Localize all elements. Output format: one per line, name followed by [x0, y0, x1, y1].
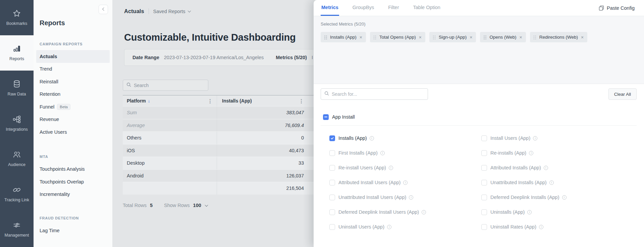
sidebar-item-revenue[interactable]: Revenue [34, 113, 112, 126]
info-circle-icon[interactable]: i [389, 166, 393, 170]
info-circle-icon[interactable]: i [403, 180, 408, 185]
metric-group-app-install[interactable]: App Install [314, 112, 644, 122]
sidebar-item-reinstall[interactable]: Reinstall [34, 75, 112, 88]
sidebar-item-touchpoints-overlap[interactable]: Touchpoints Overlap [34, 175, 112, 188]
metric-chip[interactable]: Total Opens (App) × [370, 32, 425, 42]
tab-table-option[interactable]: Table Option [413, 0, 441, 16]
metric-option[interactable]: Uninstalls (App) i [481, 205, 644, 219]
metric-option[interactable]: Uninstall Rates (App) i [481, 219, 644, 234]
drag-dots-icon[interactable] [324, 35, 327, 39]
drag-dots-icon[interactable] [534, 35, 536, 39]
metric-chip[interactable]: Sign-up (App) × [429, 32, 476, 42]
metric-option[interactable]: Re-install Users (App) i [329, 160, 481, 175]
info-circle-icon[interactable]: i [529, 151, 533, 155]
metric-option[interactable]: Attributed Installs (App) i [481, 160, 644, 175]
remove-chip-icon[interactable]: × [581, 35, 584, 40]
saved-reports-dropdown[interactable]: Saved Reports [153, 9, 191, 14]
drag-dots-icon[interactable] [484, 35, 486, 39]
info-circle-icon[interactable]: i [539, 225, 543, 229]
table-row[interactable]: Android 126,037 [123, 169, 314, 182]
info-circle-icon[interactable]: i [409, 195, 413, 200]
info-circle-icon[interactable]: i [387, 225, 391, 229]
info-circle-icon[interactable]: i [370, 136, 374, 140]
unchecked-checkbox[interactable] [329, 180, 335, 186]
column-header-platform[interactable]: Platform ↓ ⋮ [123, 95, 217, 106]
metric-option[interactable]: Re-installs (App) i [481, 146, 644, 160]
column-menu-kebab-icon[interactable]: ⋮ [299, 98, 304, 104]
metric-option[interactable]: Attributed Install Users (App) i [329, 175, 481, 190]
sidebar-item-active-users[interactable]: Active Users [34, 126, 112, 138]
sidebar-item-touchpoints-analysis[interactable]: Touchpoints Analysis [34, 163, 112, 176]
unchecked-checkbox[interactable] [481, 195, 487, 200]
sidebar-item-actuals[interactable]: Actuals [36, 50, 110, 63]
unchecked-checkbox[interactable] [481, 165, 487, 171]
info-circle-icon[interactable]: i [380, 151, 385, 155]
unchecked-checkbox[interactable] [329, 224, 335, 230]
remove-chip-icon[interactable]: × [519, 35, 522, 40]
nav-item-tracking-link[interactable]: Tracking Link [0, 176, 34, 212]
sidebar-collapse-button[interactable] [99, 5, 108, 14]
metric-option[interactable]: Unattributed Install Users (App) i [329, 190, 481, 205]
info-circle-icon[interactable]: i [549, 180, 554, 185]
table-row[interactable]: Desktop 33 [123, 157, 314, 169]
unchecked-checkbox[interactable] [481, 150, 487, 156]
table-row[interactable]: Others 0 [123, 131, 314, 144]
indeterminate-checkbox[interactable] [323, 114, 329, 120]
metric-option[interactable]: Install Users (App) i [481, 131, 644, 146]
metric-option[interactable]: Deferred Deeplink Install Users (App) i [329, 205, 481, 219]
metric-option[interactable]: Deferred Deeplink Installs (App) i [481, 190, 644, 205]
info-circle-icon[interactable]: i [422, 210, 426, 214]
metric-option[interactable]: Installs (App) i [329, 131, 481, 146]
metric-option[interactable]: Unattributed Installs (App) i [481, 175, 644, 190]
info-circle-icon[interactable]: i [562, 195, 567, 200]
drag-dots-icon[interactable] [374, 35, 376, 39]
info-circle-icon[interactable]: i [527, 210, 532, 214]
metric-chip[interactable]: Redirections (Web) × [530, 32, 587, 42]
unchecked-checkbox[interactable] [481, 180, 487, 186]
chevron-down-icon [187, 9, 191, 12]
unchecked-checkbox[interactable] [329, 209, 335, 215]
remove-chip-icon[interactable]: × [419, 35, 422, 40]
tab-filter[interactable]: Filter [387, 0, 399, 16]
checked-checkbox[interactable] [329, 135, 335, 141]
unchecked-checkbox[interactable] [481, 135, 487, 141]
nav-item-management[interactable]: Management [0, 212, 34, 247]
table-row[interactable]: 216,504 [123, 182, 314, 195]
nav-item-reports[interactable]: Reports [0, 35, 34, 71]
show-rows-dropdown[interactable]: Show Rows 100 [164, 203, 208, 208]
nav-item-integrations[interactable]: Integrations [0, 106, 34, 141]
table-search-field[interactable] [123, 80, 208, 91]
tab-groupbys[interactable]: GroupBys [352, 0, 375, 16]
sidebar-item-lag-time[interactable]: Lag Time [34, 224, 112, 237]
metric-option[interactable]: First Installs (App) i [329, 146, 481, 160]
nav-item-raw-data[interactable]: Raw Data [0, 71, 34, 106]
nav-item-audience[interactable]: Audience [0, 141, 34, 176]
unchecked-checkbox[interactable] [481, 209, 487, 215]
metrics-search-field[interactable] [321, 88, 428, 100]
column-header-installs-app[interactable]: Installs (App) ⋮ [217, 95, 314, 106]
metric-option[interactable]: Uninstall Users (App) i [329, 219, 481, 234]
sidebar-item-trend[interactable]: Trend [34, 63, 112, 76]
drag-dots-icon[interactable] [433, 35, 436, 39]
info-circle-icon[interactable]: i [544, 166, 548, 170]
metrics-search-input[interactable] [332, 91, 424, 97]
unchecked-checkbox[interactable] [481, 224, 487, 230]
remove-chip-icon[interactable]: × [360, 35, 362, 40]
metric-chip[interactable]: Opens (Web) × [480, 32, 526, 42]
paste-config-button[interactable]: Paste Config [599, 0, 635, 16]
clear-all-button[interactable]: Clear All [608, 88, 637, 100]
sidebar-item-incrementality[interactable]: Incrementality [34, 188, 112, 201]
unchecked-checkbox[interactable] [329, 195, 335, 200]
sidebar-item-retention[interactable]: Retention [34, 88, 112, 101]
info-circle-icon[interactable]: i [533, 136, 537, 140]
nav-item-bookmarks[interactable]: Bookmarks [0, 0, 34, 35]
sidebar-item-funnel[interactable]: Funnel Beta [34, 100, 112, 113]
remove-chip-icon[interactable]: × [470, 35, 472, 40]
search-input[interactable] [134, 83, 205, 88]
metric-chip[interactable]: Installs (App) × [321, 32, 366, 42]
tab-metrics[interactable]: Metrics [321, 0, 339, 16]
table-row[interactable]: iOS 40,473 [123, 144, 314, 157]
column-menu-kebab-icon[interactable]: ⋮ [208, 98, 213, 104]
unchecked-checkbox[interactable] [329, 150, 335, 156]
unchecked-checkbox[interactable] [329, 165, 335, 171]
